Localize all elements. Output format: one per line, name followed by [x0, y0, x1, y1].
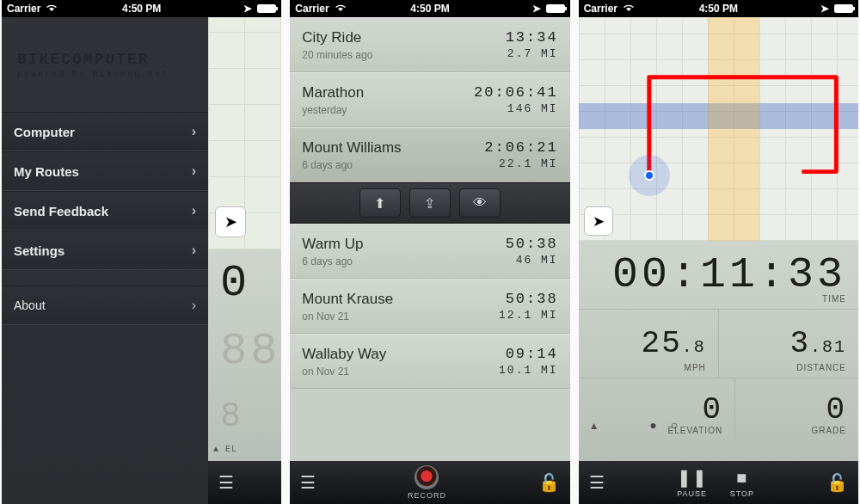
phone-3: Carrier 4:50 PM ➤ ➤ 00:11:33 TIME	[579, 0, 858, 504]
stop-label: STOP	[730, 489, 754, 498]
route-row[interactable]: Mount Krause on Nov 21 50:38 12.1 MI	[290, 279, 569, 334]
eye-icon: 👁	[473, 195, 487, 211]
route-actions-row: ⬆ ⇪ 👁	[290, 182, 569, 224]
page-dots[interactable]: ● ○	[649, 418, 683, 432]
locate-button[interactable]: ➤	[584, 206, 613, 236]
route-name: Warm Up	[302, 236, 363, 253]
upload-icon: ⬆	[374, 195, 385, 212]
phone-1: Carrier 4:50 PM ➤ BIKECOMPUTER powered b…	[2, 0, 281, 504]
computer-readout: 00:11:33 TIME 25.8 MPH 3.81 DISTANCE	[579, 241, 858, 461]
record-label: RECORD	[408, 491, 446, 500]
timer-cell: 00:11:33 TIME	[579, 241, 858, 310]
route-distance: 22.1 MI	[484, 157, 557, 170]
route-name: Mount Krause	[302, 291, 393, 308]
stop-icon: ■	[736, 468, 747, 488]
menu-item-label: My Routes	[14, 164, 79, 179]
chevron-right-icon: ›	[192, 298, 196, 313]
route-meta: yesterday	[302, 104, 364, 116]
routes-list[interactable]: City Ride 20 minutes ago 13:34 2.7 MI Ma…	[290, 17, 569, 461]
stop-button[interactable]: ■ STOP	[730, 468, 754, 498]
route-meta: 6 days ago	[302, 255, 363, 267]
elevation-value: 0	[703, 392, 723, 427]
menu-item-label: About	[14, 298, 46, 312]
route-time: 50:38	[506, 236, 558, 252]
record-button[interactable]: RECORD	[408, 465, 446, 500]
menu-item-settings[interactable]: Settings ›	[2, 230, 208, 270]
distance-label: DISTANCE	[796, 363, 846, 372]
location-arrow-icon: ➤	[224, 212, 237, 231]
menu-item-label: Computer	[14, 125, 75, 139]
view-button[interactable]: 👁	[459, 188, 501, 218]
location-arrow-icon: ➤	[820, 3, 829, 15]
timer-fragment: 0	[220, 258, 281, 309]
route-name: Mount Williams	[302, 139, 401, 157]
location-arrow-icon: ➤	[532, 3, 541, 15]
timer-value: 00:11:33	[612, 250, 846, 299]
chevron-right-icon: ›	[192, 124, 196, 139]
route-time: 13:34	[506, 29, 558, 46]
menu-item-send-feedback[interactable]: Send Feedback ›	[2, 191, 208, 230]
chevron-right-icon: ›	[192, 203, 196, 218]
route-meta: on Nov 21	[302, 366, 386, 378]
carrier-label: Carrier	[295, 3, 329, 15]
grade-label: GRADE	[811, 426, 846, 435]
route-meta: on Nov 21	[302, 310, 393, 323]
share-icon: ⇪	[424, 195, 435, 212]
locate-button[interactable]: ➤	[215, 206, 246, 237]
route-distance: 146 MI	[474, 102, 558, 115]
chevron-right-icon: ›	[192, 163, 196, 179]
status-bar: Carrier 4:50 PM ➤	[579, 0, 858, 17]
location-arrow-icon: ➤	[243, 3, 252, 15]
bottom-bar: ☰ ❚❚ PAUSE ■ STOP 🔓	[579, 461, 858, 504]
upload-button[interactable]: ⬆	[359, 188, 401, 218]
map-view[interactable]: ➤	[579, 17, 858, 241]
route-row-selected[interactable]: Mount Williams 6 days ago 2:06:21 22.1 M…	[290, 127, 569, 182]
menu-list-icon[interactable]: ☰	[218, 472, 234, 493]
menu-item-label: Send Feedback	[14, 204, 108, 218]
distance-cell: 3.81 DISTANCE	[718, 310, 858, 378]
map-sliver[interactable]: ➤	[208, 17, 281, 249]
route-row[interactable]: Warm Up 6 days ago 50:38 46 MI	[290, 224, 569, 279]
elevation-cell: 0 ▲ ELEVATION ● ○	[579, 378, 734, 440]
route-meta: 20 minutes ago	[302, 49, 372, 61]
distance-value: 3.81	[789, 326, 846, 361]
menu-item-my-routes[interactable]: My Routes ›	[2, 151, 208, 191]
speed-value: 25.8	[642, 326, 706, 361]
route-row[interactable]: Wallaby Way on Nov 21 09:14 10.1 MI	[290, 334, 569, 389]
speed-label: MPH	[685, 363, 706, 372]
side-menu: BIKECOMPUTER powered by bikemap.net Comp…	[2, 17, 208, 504]
readout-sliver: 0 88 8 ▲ EL	[208, 249, 281, 461]
wifi-icon	[623, 3, 635, 15]
bottom-bar: ☰	[208, 461, 281, 504]
grade-value: 0	[826, 392, 846, 427]
elevation-fragment-label: ▲ EL	[213, 445, 237, 454]
menu-item-about[interactable]: About ›	[2, 286, 208, 325]
unlock-icon[interactable]: 🔓	[538, 472, 560, 493]
pause-button[interactable]: ❚❚ PAUSE	[677, 467, 708, 498]
share-button[interactable]: ⇪	[409, 188, 451, 218]
route-time: 20:06:41	[474, 84, 558, 101]
route-row[interactable]: Marathon yesterday 20:06:41 146 MI	[290, 72, 569, 127]
carrier-label: Carrier	[584, 3, 617, 15]
menu-list-icon[interactable]: ☰	[589, 472, 605, 493]
battery-icon	[546, 4, 565, 13]
phone-2: Carrier 4:50 PM ➤ City Ride 20 minutes a…	[290, 0, 569, 504]
route-meta: 6 days ago	[302, 159, 401, 171]
pause-icon: ❚❚	[677, 467, 708, 488]
route-distance: 2.7 MI	[506, 47, 558, 60]
route-time: 09:14	[499, 346, 558, 362]
menu-item-computer[interactable]: Computer ›	[2, 112, 208, 151]
route-distance: 46 MI	[506, 254, 558, 267]
route-name: Marathon	[302, 84, 364, 101]
menu-list-icon[interactable]: ☰	[300, 472, 316, 493]
underlying-screen-peek: ➤ 0 88 8 ▲ EL ☰	[208, 17, 281, 504]
current-location-dot	[644, 170, 654, 181]
route-row[interactable]: City Ride 20 minutes ago 13:34 2.7 MI	[290, 17, 569, 72]
unlock-icon[interactable]: 🔓	[826, 472, 848, 493]
grade-cell: 0 GRADE	[734, 378, 858, 440]
speed-cell: 25.8 MPH	[579, 310, 718, 378]
brand-title: BIKECOMPUTER	[17, 51, 208, 68]
battery-icon	[257, 4, 276, 13]
brand-subtitle: powered by bikemap.net	[17, 70, 208, 79]
timer-label: TIME	[822, 294, 846, 304]
